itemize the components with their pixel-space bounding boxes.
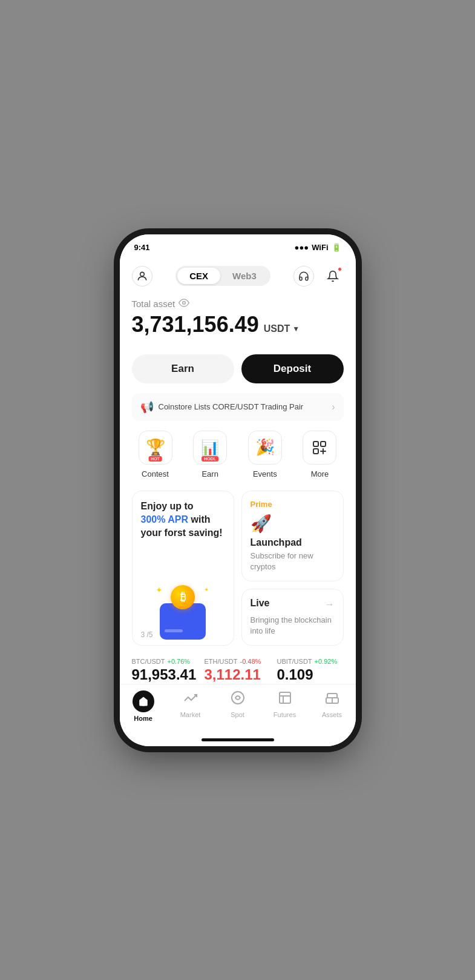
asset-currency: USDT ▼: [264, 323, 300, 334]
apr-line1: Enjoy up to: [141, 501, 194, 511]
svg-rect-2: [313, 442, 318, 446]
apr-line3: your forst saving!: [141, 528, 223, 538]
prime-label: Prime: [251, 500, 335, 509]
tab-cex[interactable]: CEX: [177, 268, 220, 284]
live-title: Live: [251, 598, 270, 609]
qa-events[interactable]: 🎉 Events: [244, 431, 286, 478]
live-card[interactable]: Live → Bringing the blockchain into life: [241, 589, 344, 646]
nav-assets[interactable]: Assets: [309, 690, 356, 722]
main-content: Total asset 3,731,156.49 USDT ▼ Earn De: [120, 294, 356, 684]
eth-change: -0.48%: [240, 658, 261, 665]
hodl-badge: HODL: [201, 456, 218, 462]
events-icon-box: 🎉: [248, 431, 282, 465]
ubit-price: 0.109: [277, 666, 340, 683]
nav-home[interactable]: Home: [120, 690, 167, 722]
chevron-right-icon: ›: [332, 402, 335, 412]
bitcoin-wallet-illustration: ✦ ✦ ₿: [141, 579, 225, 637]
ticker-btc[interactable]: BTC/USDT +0.76% 91,953.41: [132, 658, 205, 683]
ticker-ubit[interactable]: UBIT/USDT +0.92% 0.109: [277, 658, 344, 683]
apr-amount: 300% APR: [141, 514, 189, 525]
btc-change: +0.76%: [168, 658, 191, 665]
total-asset-label: Total asset: [132, 299, 344, 310]
live-card-header: Live →: [251, 598, 335, 611]
svg-rect-3: [321, 442, 326, 446]
bitcoin-coin: ₿: [171, 585, 195, 609]
qa-more[interactable]: More: [298, 431, 341, 478]
assets-icon: [325, 690, 339, 709]
page-indicator: 3 /5: [141, 631, 153, 639]
asset-value: 3,731,156.49: [132, 312, 259, 337]
contest-icon-box: 🏆 HOT: [139, 431, 172, 465]
qa-earn[interactable]: 📊 HODL Earn: [189, 431, 231, 478]
nav-assets-label: Assets: [322, 711, 342, 718]
earn-icon-box: 📊 HODL: [193, 431, 227, 465]
svg-rect-4: [313, 449, 318, 454]
action-buttons: Earn Deposit: [132, 354, 344, 383]
launchpad-subtitle: Subscribe for new cryptos: [251, 551, 335, 572]
asset-amount: 3,731,156.49 USDT ▼: [132, 312, 344, 337]
svg-point-5: [232, 692, 244, 704]
more-icon-box: [303, 431, 336, 465]
arrow-right-icon: →: [325, 599, 335, 610]
nav-market-label: Market: [180, 711, 201, 718]
total-asset-text: Total asset: [132, 299, 175, 309]
home-bar: [201, 738, 274, 741]
top-nav-icons: [293, 266, 343, 286]
svg-rect-6: [280, 692, 290, 703]
deposit-button[interactable]: Deposit: [241, 354, 344, 383]
announcement-text: 📢 Coinstore Lists CORE/USDT Trading Pair: [140, 400, 304, 414]
qa-contest[interactable]: 🏆 HOT Contest: [134, 431, 177, 478]
sparkle-2: ✦: [204, 586, 209, 593]
market-icon: [183, 690, 198, 709]
apr-line2: with: [191, 514, 211, 525]
notification-icon[interactable]: [323, 266, 343, 286]
earn-card-text: Enjoy up to 300% APR with your forst sav…: [141, 500, 225, 540]
eth-pair: ETH/USDT -0.48%: [205, 658, 267, 665]
top-nav: CEX Web3: [120, 261, 356, 294]
price-ticker: BTC/USDT +0.76% 91,953.41 ETH/USDT -0.48…: [132, 658, 344, 683]
ubit-change: +0.92%: [315, 658, 338, 665]
qa-events-label: Events: [253, 469, 277, 478]
nav-futures[interactable]: Futures: [261, 690, 309, 722]
qa-contest-label: Contest: [142, 469, 169, 478]
support-icon[interactable]: [293, 266, 314, 286]
launchpad-title: Launchpad: [251, 537, 335, 548]
btc-price: 91,953.41: [132, 666, 195, 683]
nav-spot[interactable]: Spot: [214, 690, 261, 722]
rocket-icon: 🚀: [251, 514, 335, 534]
ubit-pair: UBIT/USDT +0.92%: [277, 658, 340, 665]
sparkle-1: ✦: [156, 585, 163, 595]
futures-icon: [278, 690, 292, 709]
nav-market[interactable]: Market: [167, 690, 214, 722]
cards-grid: Enjoy up to 300% APR with your forst sav…: [132, 491, 344, 646]
eth-price: 3,112.11: [205, 666, 267, 683]
earn-card[interactable]: Enjoy up to 300% APR with your forst sav…: [132, 491, 234, 646]
nav-futures-label: Futures: [274, 711, 296, 718]
spot-icon: [231, 690, 245, 709]
quick-actions: 🏆 HOT Contest 📊 HODL Earn 🎉 Events: [132, 431, 344, 478]
notification-dot: [338, 267, 342, 271]
svg-point-0: [140, 272, 144, 276]
qa-more-label: More: [311, 469, 329, 478]
home-circle-icon: [133, 690, 154, 712]
btc-pair: BTC/USDT +0.76%: [132, 658, 195, 665]
earn-button[interactable]: Earn: [132, 354, 234, 383]
mode-toggle: CEX Web3: [175, 266, 270, 286]
announcement-bar[interactable]: 📢 Coinstore Lists CORE/USDT Trading Pair…: [132, 393, 344, 421]
tab-web3[interactable]: Web3: [220, 268, 269, 284]
hot-badge: HOT: [148, 456, 162, 462]
eye-icon[interactable]: [179, 299, 189, 310]
svg-point-1: [183, 301, 186, 304]
nav-spot-label: Spot: [231, 711, 244, 718]
launchpad-card[interactable]: Prime 🚀 Launchpad Subscribe for new cryp…: [241, 491, 344, 581]
home-indicator: [120, 734, 356, 746]
qa-earn-label: Earn: [201, 469, 218, 478]
profile-icon[interactable]: [132, 266, 152, 286]
bottom-nav: Home Market Spot: [120, 684, 356, 734]
announcement-label: Coinstore Lists CORE/USDT Trading Pair: [159, 402, 304, 411]
ticker-eth[interactable]: ETH/USDT -0.48% 3,112.11: [205, 658, 277, 683]
nav-home-label: Home: [134, 715, 152, 722]
status-bar: 9:41 ●●● WiFi 🔋: [120, 234, 356, 261]
asset-section: Total asset 3,731,156.49 USDT ▼: [132, 294, 344, 345]
live-subtitle: Bringing the blockchain into life: [251, 615, 335, 637]
